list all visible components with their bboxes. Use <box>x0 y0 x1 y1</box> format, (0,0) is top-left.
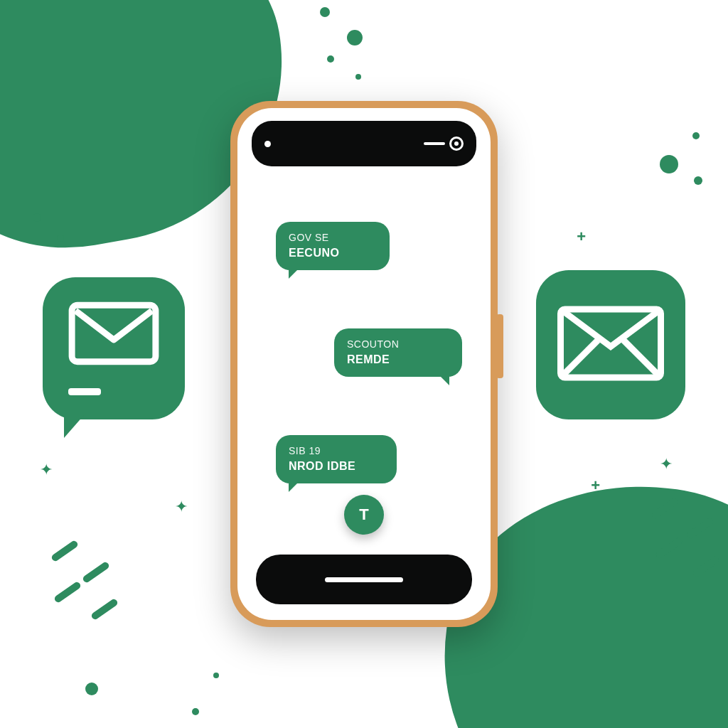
message-line: SIB 19 <box>289 445 384 458</box>
mail-chat-icon <box>43 277 185 419</box>
status-bar <box>252 121 476 166</box>
decorative-dot <box>347 30 363 46</box>
phone-frame: GOV SE EECUNO SCOUTON REMDE SIB 19 NROD … <box>230 101 498 627</box>
decorative-dot <box>694 176 702 185</box>
decorative-dot <box>33 213 41 222</box>
camera-cluster-icon <box>424 136 464 151</box>
star-icon: ✦ <box>175 498 188 516</box>
decorative-dot <box>213 673 219 678</box>
message-line: REMDE <box>347 353 449 367</box>
decorative-dot <box>192 708 199 715</box>
chat-bubble[interactable]: SCOUTON REMDE <box>334 328 462 377</box>
message-line: SCOUTON <box>347 338 449 351</box>
phone-screen: GOV SE EECUNO SCOUTON REMDE SIB 19 NROD … <box>237 108 491 620</box>
plus-icon: + <box>591 476 600 495</box>
chat-bubble[interactable]: GOV SE EECUNO <box>276 222 390 270</box>
status-indicator-icon <box>264 141 271 147</box>
message-line: EECUNO <box>289 246 377 260</box>
plus-icon: + <box>577 228 586 246</box>
compose-button[interactable]: T <box>344 495 384 535</box>
message-line: GOV SE <box>289 232 377 245</box>
decorative-dot <box>355 74 361 80</box>
power-button[interactable] <box>496 314 503 378</box>
decorative-dot <box>85 682 98 695</box>
decorative-dot <box>692 132 700 139</box>
message-line: NROD IDBE <box>289 459 384 473</box>
decorative-dot <box>320 7 330 17</box>
mail-icon <box>536 270 685 419</box>
home-bar[interactable] <box>256 555 472 604</box>
decorative-dot <box>660 155 678 173</box>
star-icon: ✦ <box>660 455 673 473</box>
decorative-dot <box>57 235 64 242</box>
compose-label: T <box>359 505 368 524</box>
home-indicator-icon <box>325 577 403 582</box>
chat-bubble[interactable]: SIB 19 NROD IDBE <box>276 435 397 483</box>
star-icon: ✦ <box>40 461 53 479</box>
decorative-dot <box>327 55 334 63</box>
